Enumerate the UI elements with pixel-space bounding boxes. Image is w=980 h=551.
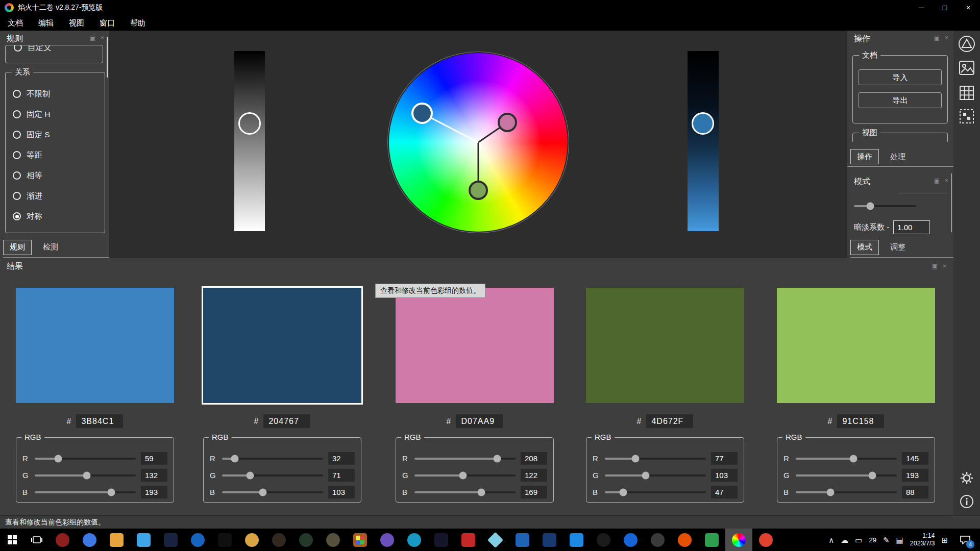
slider-knob[interactable] (259, 488, 266, 496)
taskbar-app-icon[interactable] (455, 529, 482, 551)
taskbar-app-icon[interactable] (509, 529, 536, 551)
taskbar-app-icon[interactable] (428, 529, 455, 551)
value-gradient-bar[interactable] (688, 51, 719, 231)
taskbar-app-icon[interactable] (482, 529, 509, 551)
slider-knob[interactable] (849, 455, 857, 462)
battery-icon[interactable]: ▭ (855, 536, 862, 544)
blue-value-field[interactable]: 103 (328, 486, 355, 498)
menu-item-document[interactable]: 文档 (0, 15, 31, 31)
operations-scrollbar[interactable] (951, 173, 952, 232)
green-slider[interactable] (796, 474, 897, 477)
menu-item-view[interactable]: 视图 (61, 15, 92, 31)
hex-value-field[interactable]: 3B84C1 (76, 414, 123, 428)
relation-option[interactable]: 等距 (6, 145, 105, 165)
taskbar-app-icon[interactable] (49, 529, 76, 551)
red-slider[interactable] (414, 458, 516, 460)
relation-option[interactable]: 固定 S (6, 124, 105, 145)
slider-knob[interactable] (54, 455, 62, 462)
green-value-field[interactable]: 71 (328, 469, 355, 482)
taskbar-app-icon[interactable] (617, 529, 644, 551)
color-wheel[interactable] (389, 53, 568, 232)
value-bar-handle[interactable] (692, 112, 714, 135)
wheel-handle-blue[interactable] (412, 104, 432, 123)
pin-icon[interactable]: ▣ (934, 177, 940, 184)
hex-value-field[interactable]: 4D672F (646, 414, 693, 428)
image-icon[interactable] (959, 60, 975, 76)
relation-option[interactable]: 渐进 (6, 186, 105, 206)
menu-item-window[interactable]: 窗口 (92, 15, 122, 31)
green-slider[interactable] (35, 474, 136, 477)
blue-slider[interactable] (414, 491, 516, 493)
tab-detect[interactable]: 检测 (37, 240, 64, 255)
taskbar-app-icon[interactable] (347, 529, 374, 551)
wheel-handle-pink[interactable] (499, 114, 516, 131)
taskbar-clock[interactable]: 1:14 2023/7/3 (910, 532, 935, 547)
slider-knob[interactable] (459, 471, 467, 479)
taskbar-app-icon[interactable] (292, 529, 320, 551)
blue-value-field[interactable]: 193 (141, 486, 167, 498)
close-icon[interactable]: × (943, 263, 946, 270)
slider-knob[interactable] (478, 488, 485, 496)
taskbar-app-icon[interactable] (536, 529, 563, 551)
close-icon[interactable]: × (945, 177, 948, 184)
grid-icon[interactable] (959, 85, 975, 101)
slider-knob[interactable] (107, 488, 115, 496)
red-value-field[interactable]: 32 (328, 452, 355, 465)
red-value-field[interactable]: 208 (521, 452, 547, 465)
minimize-button[interactable]: ─ (910, 0, 933, 15)
slider-knob[interactable] (83, 471, 91, 479)
taskbar-app-icon[interactable] (563, 529, 590, 551)
color-swatch[interactable] (586, 288, 744, 403)
green-slider[interactable] (414, 474, 516, 477)
blue-value-field[interactable]: 169 (521, 486, 547, 498)
info-icon[interactable] (959, 494, 974, 509)
slider-knob[interactable] (642, 471, 649, 479)
taskbar-app-icon[interactable] (590, 529, 617, 551)
maximize-button[interactable]: □ (933, 0, 957, 15)
pin-icon[interactable]: ▣ (932, 263, 938, 270)
slider-knob[interactable] (247, 471, 254, 479)
blue-slider[interactable] (222, 491, 323, 493)
notification-center-button[interactable]: 4 (954, 529, 976, 551)
pin-icon[interactable]: ▣ (934, 34, 940, 41)
red-slider[interactable] (35, 458, 136, 460)
wheel-handle-green[interactable] (470, 182, 487, 199)
close-button[interactable]: × (957, 0, 980, 15)
green-value-field[interactable]: 132 (141, 469, 167, 482)
green-value-field[interactable]: 103 (711, 469, 738, 482)
hex-value-field[interactable]: D07AA9 (456, 414, 503, 428)
red-slider[interactable] (605, 458, 706, 460)
taskbar-app-icon[interactable] (374, 529, 401, 551)
taskbar-app-icon[interactable] (671, 529, 698, 551)
blue-value-field[interactable]: 88 (902, 486, 928, 498)
color-swatch[interactable] (396, 288, 554, 403)
selection-grid-icon[interactable] (959, 108, 975, 124)
taskbar-app-icon[interactable] (752, 529, 779, 551)
relation-option[interactable]: 固定 H (6, 104, 105, 124)
settings-gear-icon[interactable] (959, 470, 974, 486)
slider-knob[interactable] (866, 203, 874, 210)
rules-scrollbar[interactable] (107, 37, 108, 78)
tab-operation[interactable]: 操作 (850, 149, 879, 164)
tab-adjust[interactable]: 调整 (884, 240, 912, 255)
taskbar-app-icon[interactable] (184, 529, 211, 551)
tray-temp-widget[interactable]: 29 (869, 536, 876, 544)
export-button[interactable]: 导出 (859, 92, 942, 108)
taskbar-app-icon[interactable] (130, 529, 157, 551)
brightness-gradient-bar[interactable] (234, 51, 265, 231)
dim-coefficient-input[interactable]: 1.00 (893, 220, 930, 234)
chevron-up-icon[interactable]: ∧ (828, 536, 834, 544)
import-button[interactable]: 导入 (859, 69, 942, 85)
hex-value-field[interactable]: 91C158 (837, 414, 884, 428)
slider-knob[interactable] (620, 488, 627, 496)
ime-icon[interactable]: ▤ (896, 536, 903, 544)
red-value-field[interactable]: 59 (141, 452, 167, 465)
taskbar-app-icon[interactable] (401, 529, 428, 551)
color-swatch[interactable] (16, 288, 174, 403)
green-value-field[interactable]: 193 (902, 469, 928, 482)
green-slider[interactable] (222, 474, 323, 477)
taskbar-app-icon[interactable] (265, 529, 292, 551)
close-icon[interactable]: × (945, 34, 948, 41)
brightness-bar-handle[interactable] (238, 112, 261, 135)
app-logo-strip-icon[interactable] (958, 35, 976, 53)
